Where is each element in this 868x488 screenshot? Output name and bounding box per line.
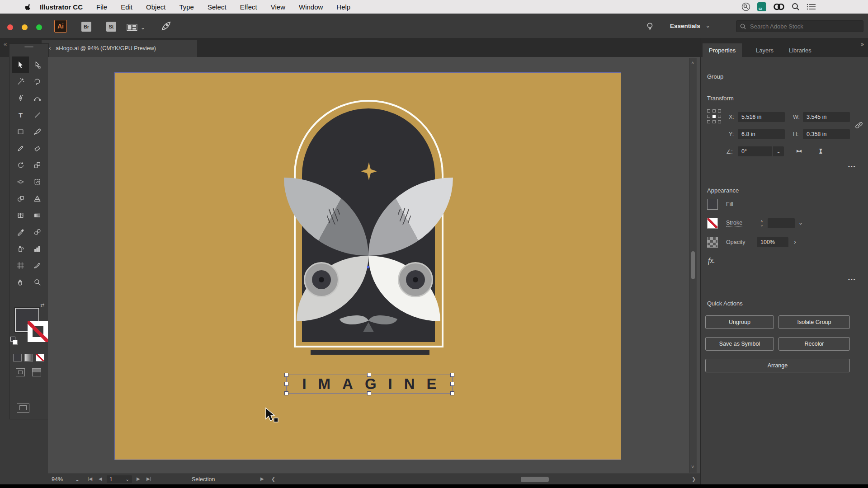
artboard[interactable]: IMAGINE: [114, 72, 621, 460]
menu-view[interactable]: View: [271, 3, 285, 11]
type-tool[interactable]: T: [12, 107, 29, 123]
selection-handle[interactable]: [450, 373, 454, 377]
previous-artboard-icon[interactable]: ◀: [99, 476, 102, 481]
menu-object[interactable]: Object: [146, 3, 165, 11]
draw-normal-mode-button[interactable]: [16, 368, 25, 376]
last-artboard-icon[interactable]: ▶|: [146, 476, 151, 481]
selection-handle[interactable]: [367, 391, 371, 395]
apple-menu-icon[interactable]: [25, 3, 32, 11]
menu-app-name[interactable]: Illustrator CC: [40, 3, 83, 11]
expand-panel-icon[interactable]: »: [861, 41, 864, 47]
pencil-tool[interactable]: [12, 140, 29, 157]
flip-horizontal-icon[interactable]: ▸◂: [797, 147, 801, 154]
pen-tool[interactable]: [12, 90, 29, 107]
free-transform-tool[interactable]: [29, 174, 46, 190]
selection-handle[interactable]: [284, 391, 288, 395]
collapse-panel-icon[interactable]: «: [4, 41, 7, 47]
appearance-more-options-icon[interactable]: •••: [848, 277, 856, 282]
hand-tool[interactable]: [12, 274, 29, 291]
teal-app-icon[interactable]: Cl: [757, 2, 766, 11]
menu-window[interactable]: Window: [299, 3, 323, 11]
fill-swatch[interactable]: [707, 199, 718, 210]
column-graph-tool[interactable]: [29, 240, 46, 257]
opacity-label[interactable]: Opacity: [726, 239, 745, 246]
screen-mode-button[interactable]: [17, 404, 29, 413]
fill-label[interactable]: Fill: [726, 201, 733, 207]
creative-cloud-icon[interactable]: [773, 3, 785, 11]
opacity-flyout-icon[interactable]: ›: [794, 238, 796, 245]
stroke-weight-dropdown-icon[interactable]: ⌄: [798, 220, 803, 226]
magic-wand-tool[interactable]: [12, 73, 29, 90]
artboard-navigation-field[interactable]: 1 ⌄: [107, 475, 132, 483]
h-field[interactable]: 0.358 in: [803, 129, 850, 139]
window-zoom-button[interactable]: [36, 24, 42, 30]
transform-more-options-icon[interactable]: •••: [848, 164, 856, 169]
draw-behind-mode-button[interactable]: [32, 368, 41, 376]
arrange-button[interactable]: Arrange: [705, 359, 850, 372]
stroke-label[interactable]: Stroke: [726, 220, 742, 227]
blend-tool[interactable]: [29, 224, 46, 240]
line-segment-tool[interactable]: [29, 107, 46, 123]
menu-type[interactable]: Type: [179, 3, 194, 11]
effects-fx-button[interactable]: fx.: [708, 257, 715, 265]
logo-text-selection[interactable]: IMAGINE: [286, 375, 453, 394]
slice-tool[interactable]: [29, 257, 46, 274]
selection-handle[interactable]: [284, 382, 288, 386]
mesh-tool[interactable]: [12, 207, 29, 224]
selection-handle[interactable]: [284, 373, 288, 377]
search-input[interactable]: [749, 23, 855, 30]
ungroup-button[interactable]: Ungroup: [705, 315, 774, 329]
menu-select[interactable]: Select: [208, 3, 226, 11]
recolor-button[interactable]: Recolor: [778, 337, 850, 351]
next-artboard-icon[interactable]: ▶: [137, 476, 140, 481]
workspace-switcher[interactable]: Essentials ⌄: [665, 20, 716, 32]
rectangle-tool[interactable]: [12, 123, 29, 140]
canvas-pasteboard[interactable]: IMAGINE: [48, 57, 700, 474]
flip-vertical-icon[interactable]: ▸◂: [818, 149, 825, 153]
menu-help[interactable]: Help: [336, 3, 350, 11]
gradient-mode-button[interactable]: [24, 354, 33, 361]
reference-point-locator[interactable]: [707, 109, 721, 123]
adobe-stock-search[interactable]: [736, 20, 863, 32]
vertical-scrollbar[interactable]: ˄ ˅: [689, 58, 697, 473]
stock-icon[interactable]: St: [106, 22, 116, 32]
window-close-button[interactable]: [7, 24, 13, 30]
perspective-grid-tool[interactable]: [29, 190, 46, 207]
lightbulb-icon[interactable]: [646, 22, 654, 33]
opacity-swatch[interactable]: [707, 237, 718, 248]
stroke-color-swatch[interactable]: [28, 321, 48, 342]
direct-selection-tool[interactable]: [29, 56, 46, 73]
status-flyout-icon[interactable]: ▶: [260, 476, 264, 481]
tab-properties[interactable]: Properties: [703, 43, 742, 57]
shape-builder-tool[interactable]: [12, 190, 29, 207]
eyedropper-tool[interactable]: [12, 224, 29, 240]
spotlight-search-icon[interactable]: [792, 3, 800, 11]
w-field[interactable]: 3.545 in: [803, 112, 850, 122]
scroll-down-icon[interactable]: ˅: [691, 465, 694, 469]
tab-libraries[interactable]: Libraries: [783, 43, 818, 57]
rotation-dropdown[interactable]: ⌄: [773, 146, 784, 156]
horizontal-scroll-thumb[interactable]: [521, 477, 549, 482]
scroll-left-icon[interactable]: ❮: [271, 476, 275, 482]
vertical-scroll-thumb[interactable]: [691, 251, 695, 279]
scale-tool[interactable]: [29, 157, 46, 174]
bridge-icon[interactable]: Br: [81, 22, 91, 32]
menu-edit[interactable]: Edit: [121, 3, 132, 11]
status-indicator[interactable]: Selection: [192, 476, 215, 483]
tab-layers[interactable]: Layers: [750, 43, 780, 57]
none-mode-button[interactable]: [36, 354, 44, 361]
y-field[interactable]: 6.8 in: [738, 129, 785, 139]
eraser-tool[interactable]: [29, 140, 46, 157]
menu-effect[interactable]: Effect: [240, 3, 257, 11]
lasso-tool[interactable]: [29, 73, 46, 90]
selection-tool[interactable]: [12, 56, 29, 73]
artboard-tool[interactable]: [12, 257, 29, 274]
paintbrush-tool[interactable]: [29, 123, 46, 140]
scroll-up-icon[interactable]: ˄: [691, 61, 694, 65]
panel-grip[interactable]: [24, 46, 33, 47]
menu-file[interactable]: File: [96, 3, 107, 11]
symbol-sprayer-tool[interactable]: [12, 240, 29, 257]
first-artboard-icon[interactable]: |◀: [88, 476, 92, 481]
stroke-weight-field[interactable]: [768, 218, 795, 228]
window-minimize-button[interactable]: [22, 24, 28, 30]
